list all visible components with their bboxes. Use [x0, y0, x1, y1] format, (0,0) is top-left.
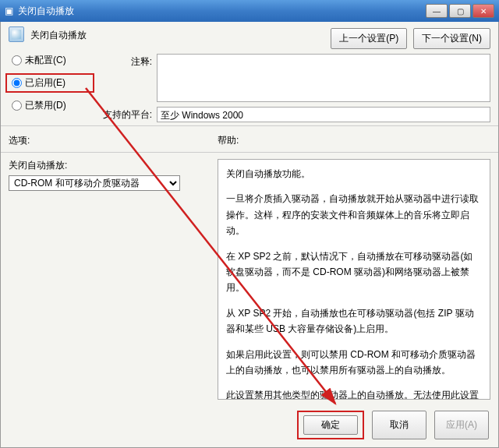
- autoplay-off-select[interactable]: CD-ROM 和可移动介质驱动器: [9, 175, 180, 191]
- help-paragraph: 如果启用此设置，则可以禁用 CD-ROM 和可移动介质驱动器上的自动播放，也可以…: [226, 347, 482, 379]
- radio-enabled-label: 已启用(E): [25, 76, 65, 90]
- next-setting-button[interactable]: 下一个设置(N): [413, 28, 490, 49]
- radio-disabled-input[interactable]: [12, 101, 22, 111]
- comment-label: 注释:: [101, 54, 152, 69]
- minimize-button[interactable]: —: [426, 4, 448, 18]
- options-field-label: 关闭自动播放:: [9, 159, 210, 172]
- radio-not-configured[interactable]: 未配置(C): [9, 54, 94, 67]
- help-paragraph: 关闭自动播放功能。: [226, 166, 482, 182]
- help-paragraph: 在 XP SP2 之前，默认情况下，自动播放在可移动驱动器(如软盘驱动器，而不是…: [226, 249, 482, 296]
- cancel-button[interactable]: 取消: [372, 411, 426, 439]
- radio-disabled[interactable]: 已禁用(D): [9, 99, 94, 112]
- help-paragraph: 从 XP SP2 开始，自动播放也在可移动驱动器(包括 ZIP 驱动器和某些 U…: [226, 305, 482, 337]
- title-bar: ▣ 关闭自动播放 — ▢ ✕: [0, 0, 499, 22]
- page-icon: [9, 26, 24, 42]
- options-section-label: 选项:: [9, 134, 218, 147]
- help-paragraph: 此设置禁用其他类型的驱动器上的自动播放。无法使用此设置在默认情况下已禁用的自动播…: [226, 387, 482, 400]
- radio-not-configured-input[interactable]: [12, 55, 22, 65]
- radio-enabled[interactable]: 已启用(E): [9, 76, 90, 90]
- window-title: 关闭自动播放: [18, 5, 74, 18]
- help-section-label: 帮助:: [218, 134, 490, 147]
- help-paragraph: 一旦将介质插入驱动器，自动播放就开始从驱动器中进行读取操作。这样，程序的安装文件…: [226, 191, 482, 238]
- help-text-panel[interactable]: 关闭自动播放功能。 一旦将介质插入驱动器，自动播放就开始从驱动器中进行读取操作。…: [218, 159, 490, 400]
- radio-not-configured-label: 未配置(C): [25, 54, 66, 67]
- highlight-ok: 确定: [297, 411, 364, 439]
- comment-textarea[interactable]: [157, 54, 490, 102]
- window-icon: ▣: [5, 5, 13, 16]
- platform-value: 至少 Windows 2000: [157, 107, 490, 122]
- apply-button[interactable]: 应用(A): [434, 411, 489, 439]
- radio-disabled-label: 已禁用(D): [25, 99, 66, 112]
- close-button[interactable]: ✕: [472, 4, 494, 18]
- page-title: 关闭自动播放: [30, 26, 87, 42]
- highlight-enabled: 已启用(E): [5, 73, 94, 93]
- ok-button[interactable]: 确定: [303, 415, 358, 435]
- maximize-button[interactable]: ▢: [449, 4, 471, 18]
- radio-enabled-input[interactable]: [12, 78, 22, 88]
- platform-label: 支持的平台:: [101, 107, 152, 122]
- prev-setting-button[interactable]: 上一个设置(P): [331, 28, 407, 49]
